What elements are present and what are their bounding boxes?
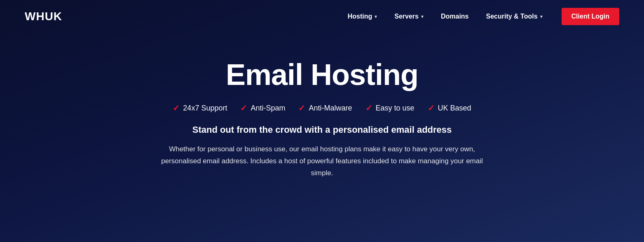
logo-text: WHUK	[25, 10, 62, 23]
servers-label: Servers	[394, 13, 419, 20]
nav-item-hosting[interactable]: Hosting ▾	[341, 9, 384, 23]
security-tools-label: Security & Tools	[486, 13, 538, 20]
check-icon-antispam: ✓	[240, 103, 247, 113]
feature-uk-based: ✓ UK Based	[428, 103, 471, 113]
nav-links: Hosting ▾ Servers ▾ Domains Security & T…	[341, 8, 619, 25]
client-login-button[interactable]: Client Login	[562, 8, 619, 25]
features-list: ✓ 24x7 Support ✓ Anti-Spam ✓ Anti-Malwar…	[173, 103, 471, 113]
nav-item-security-tools[interactable]: Security & Tools ▾	[480, 9, 549, 23]
navbar: WHUK Hosting ▾ Servers ▾ Domains Securit…	[0, 0, 644, 33]
feature-support-label: 24x7 Support	[183, 104, 227, 113]
feature-uk-label: UK Based	[438, 104, 471, 113]
feature-antispam-label: Anti-Spam	[251, 104, 285, 113]
nav-item-servers[interactable]: Servers ▾	[388, 9, 430, 23]
hosting-label: Hosting	[348, 13, 372, 20]
check-icon-support: ✓	[173, 103, 180, 113]
nav-item-domains[interactable]: Domains	[434, 9, 475, 23]
check-icon-uk: ✓	[428, 103, 435, 113]
feature-antimalware: ✓ Anti-Malware	[298, 103, 352, 113]
hero-subtitle: Stand out from the crowd with a personal…	[192, 125, 452, 135]
hero-description: Whether for personal or business use, ou…	[153, 143, 491, 179]
feature-easy-label: Easy to use	[376, 104, 415, 113]
logo[interactable]: WHUK	[25, 10, 62, 23]
feature-support: ✓ 24x7 Support	[173, 103, 227, 113]
hosting-chevron-icon: ▾	[375, 14, 377, 19]
check-icon-easy: ✓	[365, 103, 372, 113]
domains-label: Domains	[441, 13, 469, 20]
servers-chevron-icon: ▾	[421, 14, 424, 19]
feature-easy-to-use: ✓ Easy to use	[365, 103, 415, 113]
feature-antispam: ✓ Anti-Spam	[240, 103, 285, 113]
check-icon-antimalware: ✓	[298, 103, 305, 113]
feature-antimalware-label: Anti-Malware	[309, 104, 352, 113]
security-tools-chevron-icon: ▾	[540, 14, 543, 19]
page-title: Email Hosting	[226, 58, 418, 92]
hero-section: Email Hosting ✓ 24x7 Support ✓ Anti-Spam…	[0, 33, 644, 196]
